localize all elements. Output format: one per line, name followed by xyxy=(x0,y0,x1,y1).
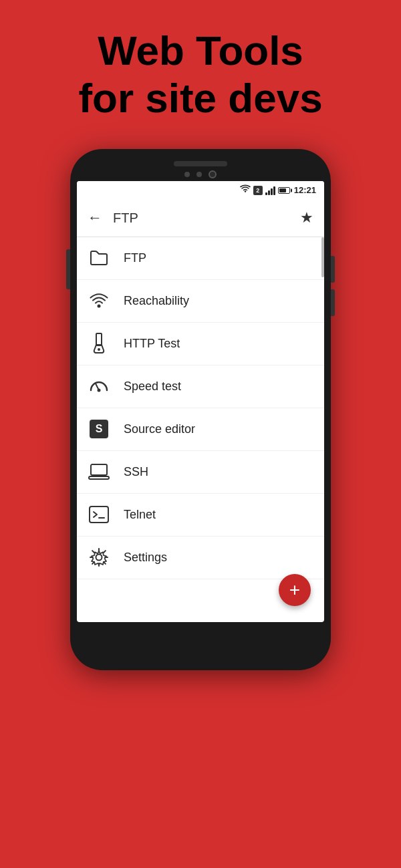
phone-screen: 2 12:21 xyxy=(77,181,324,622)
ssh-label: SSH xyxy=(124,465,148,479)
menu-item-speed-test[interactable]: Speed test xyxy=(77,366,324,408)
hero-line1: Web Tools xyxy=(98,27,303,74)
phone-mockup: 2 12:21 xyxy=(0,149,401,670)
status-icons: 2 12:21 xyxy=(240,184,316,196)
hero-section: Web Tools for site devs xyxy=(0,0,401,136)
phone-top-bar xyxy=(77,170,324,178)
hero-line2: for site devs xyxy=(78,75,322,121)
notification-badge: 2 xyxy=(253,186,263,195)
wifi-icon xyxy=(240,184,251,196)
telnet-label: Telnet xyxy=(124,508,156,522)
speedometer-icon xyxy=(88,375,110,398)
signal-bars-icon xyxy=(265,186,275,195)
svg-rect-4 xyxy=(91,464,107,475)
svg-point-8 xyxy=(96,555,102,561)
status-bar: 2 12:21 xyxy=(77,181,324,200)
svg-rect-6 xyxy=(90,507,108,523)
fab-icon: + xyxy=(289,579,300,601)
source-editor-icon: S xyxy=(88,418,110,440)
svg-point-2 xyxy=(98,348,100,351)
phone-power-button xyxy=(66,249,70,289)
http-test-label: HTTP Test xyxy=(124,337,180,351)
menu-item-telnet[interactable]: Telnet xyxy=(77,494,324,537)
menu-list: FTP Reachability xyxy=(77,237,324,579)
phone-speaker xyxy=(174,161,227,166)
reachability-label: Reachability xyxy=(124,294,189,308)
svg-rect-5 xyxy=(89,476,109,479)
terminal-icon xyxy=(88,503,110,526)
back-button[interactable]: ← xyxy=(88,210,102,225)
speed-test-label: Speed test xyxy=(124,380,181,394)
phone-vol-up-button xyxy=(331,256,335,283)
menu-item-reachability[interactable]: Reachability xyxy=(77,280,324,323)
menu-item-source-editor[interactable]: S Source editor xyxy=(77,408,324,451)
gear-icon xyxy=(88,546,110,569)
menu-item-settings[interactable]: Settings xyxy=(77,537,324,579)
app-bar-title: FTP xyxy=(113,210,300,226)
svg-point-0 xyxy=(98,305,101,308)
source-editor-label: Source editor xyxy=(124,422,195,436)
folder-icon xyxy=(88,247,110,269)
phone-sensor xyxy=(184,172,190,177)
ftp-label: FTP xyxy=(124,251,146,265)
battery-icon xyxy=(278,187,290,194)
phone-body: 2 12:21 xyxy=(70,149,331,670)
phone-camera xyxy=(209,170,217,178)
scroll-indicator xyxy=(321,237,324,277)
phone-vol-down-button xyxy=(331,289,335,316)
status-time: 12:21 xyxy=(294,185,316,195)
fab-button[interactable]: + xyxy=(279,574,311,606)
menu-item-ftp[interactable]: FTP xyxy=(77,237,324,280)
menu-item-http-test[interactable]: HTTP Test xyxy=(77,323,324,366)
settings-label: Settings xyxy=(124,551,167,565)
favorite-button[interactable]: ★ xyxy=(300,209,313,227)
svg-point-3 xyxy=(98,389,101,392)
laptop-icon xyxy=(88,460,110,483)
menu-item-ssh[interactable]: SSH xyxy=(77,451,324,494)
phone-dot xyxy=(196,172,202,177)
svg-rect-1 xyxy=(96,333,102,345)
app-bar: ← FTP ★ xyxy=(77,200,324,237)
test-tube-icon xyxy=(88,332,110,355)
reachability-wifi-icon xyxy=(88,289,110,312)
